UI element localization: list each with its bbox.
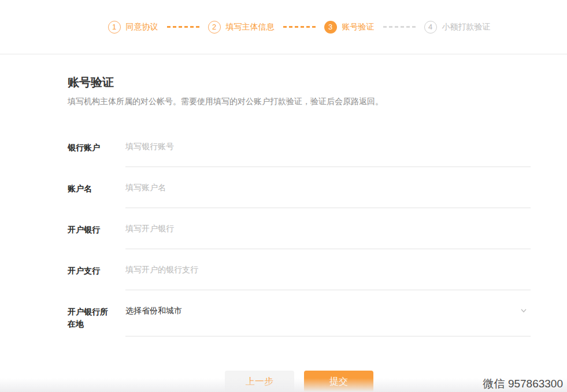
step-3-label: 账号验证 — [342, 22, 375, 32]
bank-account-label: 银行账户 — [68, 126, 125, 167]
step-payment-verify: 4 小额打款验证 — [424, 21, 491, 34]
chevron-down-icon — [520, 307, 527, 314]
form-row-account-name: 账户名 — [68, 167, 531, 208]
bank-location-label: 开户银行所在地 — [68, 290, 125, 336]
account-verification-section: 账号验证 填写机构主体所属的对公帐号。需要使用填写的对公账户打款验证，验证后会原… — [68, 76, 531, 392]
step-connector-2 — [283, 26, 316, 28]
opening-bank-input[interactable] — [125, 224, 531, 233]
account-name-input[interactable] — [125, 183, 531, 192]
submit-button[interactable]: 提交 — [304, 371, 373, 392]
step-1-label: 同意协议 — [126, 22, 158, 32]
step-subject-info: 2 填写主体信息 — [208, 21, 275, 34]
step-2-circle: 2 — [208, 21, 221, 34]
step-3-circle: 3 — [324, 21, 337, 34]
step-agree-agreement: 1 同意协议 — [108, 21, 158, 34]
form-row-bank-branch: 开户支行 — [68, 249, 531, 290]
bank-branch-input[interactable] — [125, 265, 531, 274]
previous-step-button[interactable]: 上一步 — [225, 371, 294, 392]
page-description: 填写机构主体所属的对公帐号。需要使用填写的对公账户打款验证，验证后会原路返回。 — [68, 97, 531, 106]
step-connector-1 — [167, 26, 199, 28]
bank-location-select[interactable]: 选择省份和城市 — [125, 306, 531, 315]
step-2-label: 填写主体信息 — [226, 22, 275, 32]
bank-account-form: 银行账户 账户名 开户银行 开户支行 开户银行所在地 — [68, 126, 531, 336]
step-account-verify: 3 账号验证 — [324, 21, 375, 34]
bank-location-value: 选择省份和城市 — [125, 306, 182, 315]
watermark-text: 微信 957863300 — [483, 376, 563, 391]
stepper: 1 同意协议 2 填写主体信息 3 账号验证 4 小额打款验证 — [68, 21, 531, 34]
bank-branch-label: 开户支行 — [68, 249, 125, 290]
step-4-label: 小额打款验证 — [442, 22, 491, 32]
account-name-label: 账户名 — [68, 167, 125, 208]
step-connector-3 — [383, 26, 416, 28]
step-4-circle: 4 — [424, 21, 437, 34]
step-1-circle: 1 — [108, 21, 121, 34]
form-row-opening-bank: 开户银行 — [68, 208, 531, 249]
wizard-header: 1 同意协议 2 填写主体信息 3 账号验证 4 小额打款验证 — [0, 0, 567, 54]
opening-bank-label: 开户银行 — [68, 208, 125, 249]
form-row-bank-location: 开户银行所在地 选择省份和城市 — [68, 290, 531, 336]
form-row-bank-account: 银行账户 — [68, 126, 531, 167]
form-actions: 上一步 提交 — [68, 371, 531, 392]
bank-account-input[interactable] — [125, 142, 531, 151]
page-title: 账号验证 — [68, 76, 531, 88]
